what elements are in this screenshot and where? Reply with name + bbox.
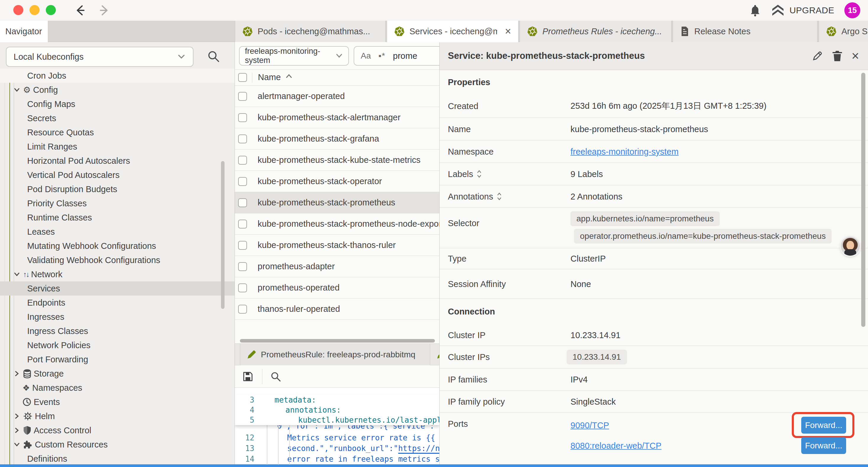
tab-close-icon[interactable]: × bbox=[505, 26, 511, 37]
sidebar-item-horizontal-pod-autoscalers[interactable]: Horizontal Pod Autoscalers bbox=[0, 154, 235, 168]
tab-release[interactable]: Release Notes bbox=[673, 21, 817, 42]
table-row[interactable]: kube-prometheus-stack-operator bbox=[235, 171, 439, 192]
table-row[interactable]: kube-prometheus-stack-prometheus-node-ex… bbox=[235, 213, 439, 235]
table-row[interactable]: kube-prometheus-stack-kube-state-metrics bbox=[235, 150, 439, 171]
sidebar-item-cron-jobs[interactable]: Cron Jobs bbox=[0, 68, 235, 83]
sidebar-item-limit-ranges[interactable]: Limit Ranges bbox=[0, 140, 235, 154]
tab-services[interactable]: Services - icecheng@math...× bbox=[387, 21, 519, 42]
details-scrollbar[interactable] bbox=[861, 73, 865, 327]
row-checkbox[interactable] bbox=[238, 220, 247, 229]
sidebar-item-namespaces[interactable]: ❖Namespaces bbox=[0, 381, 235, 395]
notification-count-badge[interactable]: 15 bbox=[844, 2, 860, 18]
tab-argo[interactable]: Argo Se bbox=[819, 21, 868, 42]
row-checkbox[interactable] bbox=[238, 92, 247, 101]
save-icon[interactable] bbox=[242, 371, 254, 382]
editor-tab-prometheusrule[interactable]: PrometheusRule: freeleaps-prod-rabbitmq bbox=[240, 344, 430, 365]
sidebar-item-priority-classes[interactable]: Priority Classes bbox=[0, 196, 235, 210]
line-code: kubectl.kubernetes.io/last-applied-co bbox=[254, 415, 439, 425]
regex-toggle[interactable]: ▪* bbox=[378, 51, 385, 61]
sidebar-item-custom-resources[interactable]: Custom Resources bbox=[0, 437, 235, 451]
detail-row-namespace: Namespacefreeleaps-monitoring-system bbox=[440, 140, 868, 163]
match-case-toggle[interactable]: Aa bbox=[361, 51, 371, 61]
edit-pencil-icon[interactable] bbox=[812, 50, 823, 61]
detail-label: Session Affinity bbox=[448, 279, 506, 289]
namespace-select[interactable]: freeleaps-monitoring-system bbox=[239, 46, 349, 66]
window-close-button[interactable] bbox=[13, 5, 23, 15]
user-avatar[interactable] bbox=[841, 237, 860, 256]
sidebar-item-leases[interactable]: Leases bbox=[0, 225, 235, 239]
sidebar-item-vertical-pod-autoscalers[interactable]: Vertical Pod Autoscalers bbox=[0, 168, 235, 182]
tab-pods[interactable]: Pods - icecheng@mathmas... bbox=[235, 21, 385, 42]
forward-button[interactable]: Forward... bbox=[801, 417, 846, 434]
row-checkbox[interactable] bbox=[238, 305, 247, 314]
sidebar-item-services[interactable]: Services bbox=[0, 282, 235, 296]
sidebar-item-resource-quotas[interactable]: Resource Quotas bbox=[0, 125, 235, 140]
database-icon bbox=[23, 369, 31, 378]
close-icon[interactable]: × bbox=[851, 49, 859, 62]
table-row[interactable]: thanos-ruler-operated bbox=[235, 298, 439, 320]
sidebar-search-icon[interactable] bbox=[207, 50, 220, 63]
name-column-header[interactable]: Name bbox=[258, 72, 292, 82]
service-details-panel: Service: kube-prometheus-stack-prometheu… bbox=[439, 42, 868, 465]
sidebar-item-runtime-classes[interactable]: Runtime Classes bbox=[0, 210, 235, 225]
sidebar-item-access-control[interactable]: Access Control bbox=[0, 423, 235, 437]
sidebar-item-network-policies[interactable]: Network Policies bbox=[0, 338, 235, 352]
port-link[interactable]: 9090/TCP bbox=[570, 420, 609, 430]
detail-value-link[interactable]: freeleaps-monitoring-system bbox=[570, 147, 679, 156]
sidebar-item-secrets[interactable]: Secrets bbox=[0, 111, 235, 125]
sidebar-item-pod-disruption-budgets[interactable]: Pod Disruption Budgets bbox=[0, 182, 235, 196]
forward-arrow-icon[interactable] bbox=[97, 4, 111, 17]
sidebar-scrollbar[interactable] bbox=[221, 161, 224, 309]
window-zoom-button[interactable] bbox=[46, 5, 56, 15]
editor-tab-next-partial[interactable] bbox=[432, 344, 439, 365]
yaml-editor[interactable]: 0","for":"1m","labels":{"service": 12Met… bbox=[235, 388, 439, 465]
row-checkbox[interactable] bbox=[238, 262, 247, 271]
table-row[interactable]: prometheus-adapter bbox=[235, 256, 439, 277]
table-row[interactable]: alertmanager-operated bbox=[235, 86, 439, 107]
back-arrow-icon[interactable] bbox=[73, 4, 87, 17]
sidebar-item-helm[interactable]: Helm bbox=[0, 409, 235, 423]
upgrade-button[interactable]: UPGRADE bbox=[771, 4, 834, 17]
table-row[interactable]: kube-prometheus-stack-thanos-ruler bbox=[235, 235, 439, 256]
sidebar-item-storage[interactable]: Storage bbox=[0, 367, 235, 381]
sidebar-item-events[interactable]: Events bbox=[0, 395, 235, 409]
tab-prometheus[interactable]: Prometheus Rules - icecheng... bbox=[520, 21, 672, 42]
sidebar-item-config-maps[interactable]: Config Maps bbox=[0, 97, 235, 111]
table-row[interactable]: kube-prometheus-stack-alertmanager bbox=[235, 107, 439, 128]
tab-strip: Navigator Pods - icecheng@mathmas...Serv… bbox=[0, 21, 868, 42]
sidebar-item-label: Secrets bbox=[27, 114, 56, 123]
sidebar-item-network[interactable]: ↑↓Network bbox=[0, 267, 235, 282]
table-horizontal-scrollbar[interactable] bbox=[240, 339, 435, 343]
row-checkbox[interactable] bbox=[238, 135, 247, 143]
row-checkbox[interactable] bbox=[238, 177, 247, 186]
notifications-bell-icon[interactable] bbox=[749, 4, 761, 17]
table-row[interactable]: kube-prometheus-stack-grafana bbox=[235, 128, 439, 150]
sidebar-item-definitions[interactable]: Definitions bbox=[0, 451, 235, 465]
forward-button[interactable]: Forward... bbox=[801, 437, 846, 454]
resource-search-input[interactable]: Aa ▪* prome bbox=[354, 46, 439, 66]
row-checkbox[interactable] bbox=[238, 284, 247, 292]
sidebar-item-mutating-webhook-configurations[interactable]: Mutating Webhook Configurations bbox=[0, 239, 235, 253]
sidebar-item-ingresses[interactable]: Ingresses bbox=[0, 310, 235, 324]
port-link[interactable]: 8080:reloader-web/TCP bbox=[570, 441, 661, 450]
code-link[interactable]: https://net bbox=[398, 444, 439, 454]
sidebar-item-ingress-classes[interactable]: Ingress Classes bbox=[0, 324, 235, 338]
select-all-checkbox[interactable] bbox=[238, 73, 247, 82]
kubeconfig-select[interactable]: Local Kubeconfigs bbox=[6, 47, 193, 67]
sidebar-item-validating-webhook-configurations[interactable]: Validating Webhook Configurations bbox=[0, 253, 235, 267]
navigator-panel-tab[interactable]: Navigator bbox=[0, 21, 48, 42]
row-checkbox[interactable] bbox=[238, 156, 247, 165]
sidebar-item-port-forwarding[interactable]: Port Forwarding bbox=[0, 352, 235, 367]
delete-trash-icon[interactable] bbox=[832, 50, 843, 62]
sidebar-item-config[interactable]: ⚙Config bbox=[0, 83, 235, 97]
row-checkbox[interactable] bbox=[238, 241, 247, 250]
row-checkbox[interactable] bbox=[238, 113, 247, 122]
editor-search-icon[interactable] bbox=[270, 371, 282, 382]
sidebar-item-endpoints[interactable]: Endpoints bbox=[0, 296, 235, 310]
table-row[interactable]: prometheus-operated bbox=[235, 277, 439, 298]
detail-value: 10.233.14.91 bbox=[570, 330, 620, 340]
row-checkbox[interactable] bbox=[238, 198, 247, 207]
table-row[interactable]: kube-prometheus-stack-prometheus bbox=[235, 192, 439, 213]
window-minimize-button[interactable] bbox=[30, 5, 39, 15]
detail-value: ClusterIP bbox=[570, 254, 606, 264]
